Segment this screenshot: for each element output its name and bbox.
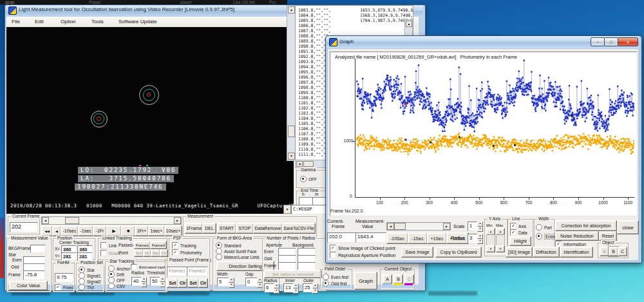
linked-set1-button[interactable]: Set xyxy=(134,249,144,257)
frame-list-item[interactable]: 1085.0,"","", xyxy=(298,18,331,23)
gcur-frame-field[interactable]: 202.0 xyxy=(327,232,357,243)
hilight-button[interactable]: Hilight xyxy=(509,236,531,246)
image-3d-button[interactable]: [3D] Image xyxy=(506,247,533,258)
minus-1sec-graph-button[interactable]: -1Sec xyxy=(408,232,428,244)
data-remove-button[interactable]: DataRemove xyxy=(253,223,283,234)
y-min-down-button[interactable]: ▼ xyxy=(486,245,495,252)
object-c-button[interactable]: C xyxy=(404,274,414,284)
stop-button[interactable]: ■ xyxy=(121,225,135,236)
graph-object-b-button[interactable]: B xyxy=(609,247,618,256)
rewind-button[interactable]: ◀◀ xyxy=(41,225,53,236)
bkg-gap-field[interactable]: 0 xyxy=(245,278,258,287)
psf-tracking-checkbox[interactable]: ✓Tracking xyxy=(172,242,196,249)
play-button[interactable]: ▶ xyxy=(106,225,122,236)
plus-1frame-button[interactable]: 1Fr+ xyxy=(135,225,149,236)
path-combo-arrow[interactable]: ▼ xyxy=(283,205,291,214)
linked-set2-button[interactable]: Set xyxy=(151,249,160,257)
photometry-scatter-plot[interactable] xyxy=(355,57,634,198)
path-combobox[interactable]: C:¥ESOP xyxy=(291,205,330,214)
plus-1sec-graph-button[interactable]: +1Sec xyxy=(427,232,447,244)
y-min-track[interactable] xyxy=(486,234,495,246)
minus-10sec-button[interactable]: -10sec xyxy=(61,225,79,236)
menu-software-update[interactable]: Software Update xyxy=(118,19,157,24)
scroll-right-icon[interactable]: ▶ xyxy=(443,223,450,230)
tracking-radius-spinner[interactable]: ▲▼ xyxy=(141,277,147,287)
plus-10sec-button[interactable]: 10sec+ xyxy=(164,225,182,236)
passed-frame2-field[interactable]: Frame2 xyxy=(187,267,208,276)
current-frame-field[interactable]: 202 xyxy=(10,222,38,232)
link-checkbox[interactable]: Link xyxy=(100,242,117,249)
frame1-button[interactable]: Frame1 xyxy=(134,241,151,249)
psf-photometry-checkbox[interactable]: ✓Photometry xyxy=(172,249,202,256)
noise-reduction-button[interactable]: Noise Reduction xyxy=(555,231,599,241)
estimated-track-checkbox[interactable]: Estimated track xyxy=(131,264,166,270)
graph-object-a-button[interactable]: A xyxy=(600,247,609,256)
bkg-meteor-limb-radio[interactable]: Meteor/Lunar Limb xyxy=(216,254,260,260)
minus-10sec-graph-button[interactable]: -10Sec xyxy=(386,232,408,244)
identification-button[interactable]: Identification xyxy=(560,247,593,258)
fwhm-fixed-checkbox[interactable]: ✓Fixed xyxy=(55,284,73,290)
color-value-button[interactable]: Color Value xyxy=(9,281,48,290)
frame-value-field[interactable]: -75.8 xyxy=(23,270,45,280)
scroll-thumb[interactable] xyxy=(303,161,314,167)
plus-1sec-button[interactable]: 1sec+ xyxy=(148,225,165,236)
close-graph-button[interactable]: close xyxy=(617,220,639,234)
graph-maximize-button[interactable]: □ xyxy=(604,37,618,46)
correction-absorption-button[interactable]: Correction for absorption xyxy=(555,220,617,231)
scroll-thumb[interactable] xyxy=(394,223,406,230)
passed-set1-button[interactable]: Set xyxy=(167,278,178,288)
linked-clr2-button[interactable]: Clr xyxy=(160,249,168,257)
graph-radius-spinner[interactable]: ▲▼ xyxy=(477,234,483,244)
stop-measure-button[interactable]: STOP xyxy=(236,223,254,234)
frame-slider[interactable]: ◀ ▶ xyxy=(41,216,182,225)
diffraction-button[interactable]: Diffraction xyxy=(533,247,560,258)
object-b-button[interactable]: B xyxy=(393,274,403,284)
line-data-checkbox[interactable]: ✓Data xyxy=(510,229,527,236)
frame-list-scrollbar[interactable]: ▲ ▼ xyxy=(287,5,296,161)
gamma-off-radio[interactable]: OFF xyxy=(300,176,317,182)
graph-object-c-button[interactable]: C xyxy=(618,247,627,256)
bkg-frame-field[interactable] xyxy=(30,245,46,253)
copy-clipboard-button[interactable]: Copy to ClipBoard xyxy=(435,247,482,258)
frame-list-item[interactable]: 1086.0,"","", xyxy=(298,23,331,28)
slider-right-icon[interactable]: ▶ xyxy=(174,217,181,224)
outer-spinner[interactable]: ▲▼ xyxy=(312,283,318,294)
passed-frame1-field[interactable]: Frame1 xyxy=(167,267,188,276)
menu-tools[interactable]: Tools xyxy=(91,19,104,24)
y-max-down-button[interactable]: ▼ xyxy=(496,245,505,252)
slider-left-icon[interactable]: ◀ xyxy=(42,217,49,224)
show-image-checkbox[interactable]: ✓Show Image of Clicked point xyxy=(330,245,395,251)
aperture-radius-spinner[interactable]: ▲▼ xyxy=(274,283,279,294)
frame-list-item[interactable]: 1083.0,"","", xyxy=(298,8,331,13)
y-max-track[interactable] xyxy=(496,234,505,246)
inner-spinner[interactable]: ▲▼ xyxy=(293,283,299,294)
reset-button[interactable]: Reset xyxy=(599,231,617,241)
odd-first-radio[interactable]: Odd first xyxy=(323,280,347,287)
scale-spinner[interactable]: ▲▼ xyxy=(477,222,483,232)
menu-option[interactable]: Option xyxy=(61,19,76,24)
scroll-thumb[interactable] xyxy=(288,126,295,137)
width-entire-radio[interactable]: Entire xyxy=(536,233,558,240)
save-to-csv-button[interactable]: SaveToCSV-File xyxy=(282,223,316,234)
measure-1frame-button[interactable]: 1Frame xyxy=(185,223,203,234)
graph-scrollbar[interactable]: ◀ ▶ xyxy=(386,222,451,231)
position-set-tivi-radio[interactable]: TiVi xyxy=(79,284,94,290)
scroll-left-icon[interactable]: ◀ xyxy=(296,161,303,167)
line-axis-checkbox[interactable]: ✓Axis xyxy=(510,223,526,229)
bkg-width-field[interactable]: 5 xyxy=(217,278,230,287)
scroll-left-icon[interactable]: ◀ xyxy=(387,223,394,230)
frame-list-item[interactable]: 1084.0,"","", xyxy=(298,13,331,18)
scroll-up-icon[interactable]: ▲ xyxy=(288,6,295,14)
step-back-button[interactable]: ◀ xyxy=(52,225,61,236)
scroll-down-icon[interactable]: ▼ xyxy=(288,153,295,160)
start-button[interactable]: START xyxy=(217,223,236,234)
fwhm-field[interactable]: 9.75 xyxy=(55,273,73,283)
frame2-button[interactable]: Frame2 xyxy=(150,241,167,249)
save-image-button[interactable]: Save Image xyxy=(401,247,433,258)
slider-thumb[interactable] xyxy=(65,217,79,224)
menu-edit[interactable]: Edit xyxy=(35,19,44,24)
frame-list-item[interactable]: 1087.0,"","", xyxy=(298,28,331,33)
frame-list-right-scrollbar[interactable]: ▲ xyxy=(404,19,413,37)
even-first-radio[interactable]: Even first xyxy=(323,274,348,280)
reproduce-aperture-checkbox[interactable]: Reproduce Aperture Position xyxy=(330,252,396,258)
